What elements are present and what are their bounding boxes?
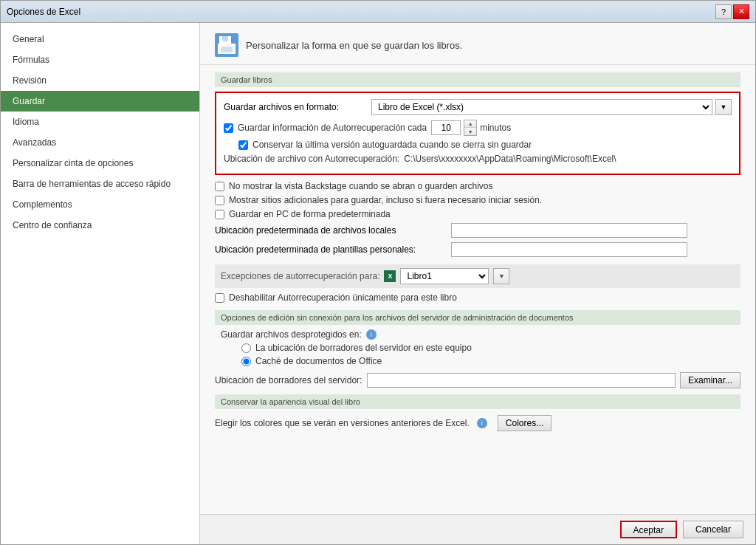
no-mostrar-backstage-row: No mostrar la vista Backstage cuando se … (215, 181, 740, 191)
svg-rect-4 (221, 47, 233, 52)
elegir-colores-label: Elegir los colores que se verán en versi… (215, 418, 470, 428)
excel-options-dialog: Opciones de Excel ? ✕ General Fórmulas R… (0, 0, 756, 545)
guardar-libros-header: Guardar libros (215, 72, 740, 87)
examinar-button[interactable]: Examinar... (680, 372, 740, 388)
highlight-section: Guardar archivos en formato: Libro de Ex… (215, 92, 740, 175)
sidebar-item-confianza[interactable]: Centro de confianza (1, 215, 199, 236)
sidebar-item-complementos[interactable]: Complementos (1, 194, 199, 215)
cancelar-button[interactable]: Cancelar (683, 521, 743, 538)
format-row: Guardar archivos en formato: Libro de Ex… (224, 99, 732, 115)
header-title: Personalizar la forma en que se guardan … (246, 40, 462, 51)
format-dropdown: Libro de Excel (*.xlsx) ▼ (371, 99, 732, 115)
format-label: Guardar archivos en formato: (224, 102, 371, 112)
aceptar-button[interactable]: Aceptar (620, 521, 677, 538)
format-dropdown-arrow[interactable]: ▼ (715, 99, 732, 115)
deshabilitar-autorec-label: Deshabilitar Autorrecuperación únicament… (229, 292, 457, 303)
spinner-down[interactable]: ▼ (464, 128, 476, 135)
ubicacion-archivos-row: Ubicación predeterminada de archivos loc… (215, 223, 740, 238)
deshabilitar-autorec-checkbox[interactable] (215, 293, 224, 303)
help-button[interactable]: ? (715, 4, 732, 19)
minutes-spinner: ▲ ▼ (464, 120, 477, 136)
save-icon (215, 33, 238, 57)
svg-rect-2 (222, 36, 228, 41)
minutes-unit: minutos (480, 123, 511, 133)
conservar-version-row: Conservar la última versión autoguardada… (238, 140, 732, 150)
excepciones-select[interactable]: Libro1 (400, 268, 489, 284)
info-icon-1[interactable]: i (366, 329, 377, 340)
dialog-content: General Fórmulas Revisión Guardar Idioma… (1, 23, 755, 544)
ubicacion-borradores-radio-label: La ubicación de borradores del servidor … (255, 343, 472, 353)
colores-button[interactable]: Colores... (498, 415, 551, 431)
conservar-header: Conservar la apariencia visual del libro (215, 394, 740, 409)
sidebar-item-idioma[interactable]: Idioma (1, 112, 199, 132)
ubicacion-archivos-input[interactable] (451, 223, 687, 238)
sidebar-item-general[interactable]: General (1, 29, 199, 49)
sidebar-item-guardar[interactable]: Guardar (1, 91, 199, 112)
excepciones-label: Excepciones de autorrecuperación para: (221, 271, 379, 281)
close-button[interactable]: ✕ (733, 4, 749, 19)
ubicacion-borradores-radio-row: La ubicación de borradores del servidor … (241, 343, 740, 353)
sidebar-item-barra[interactable]: Barra de herramientas de acceso rápido (1, 174, 199, 194)
cache-documentos-radio-row: Caché de documentos de Office (241, 356, 740, 366)
guardar-desprotegidos-row: Guardar archivos desprotegidos en: i (215, 329, 740, 340)
cache-documentos-radio-label: Caché de documentos de Office (255, 356, 382, 366)
ubicacion-plantillas-input[interactable] (451, 242, 687, 257)
main-header: Personalizar la forma en que se guardan … (200, 23, 755, 65)
no-mostrar-backstage-checkbox[interactable] (215, 182, 224, 191)
opciones-edicion-header: Opciones de edición sin conexión para lo… (215, 310, 740, 325)
sidebar-item-personalizar[interactable]: Personalizar cinta de opciones (1, 153, 199, 174)
autorrecuperacion-checkbox[interactable] (224, 123, 233, 133)
autorrecuperacion-label: Guardar información de Autorrecuperación… (238, 123, 427, 133)
ubicacion-autorec-row: Ubicación de archivo con Autorrecuperaci… (224, 154, 732, 164)
conservar-version-checkbox[interactable] (238, 140, 248, 150)
mostrar-sitios-row: Mostrar sitios adicionales para guardar,… (215, 195, 740, 205)
autorrecuperacion-row: Guardar información de Autorrecuperación… (224, 120, 732, 136)
excel-icon: X (384, 270, 396, 282)
ubicacion-archivos-label: Ubicación predeterminada de archivos loc… (215, 225, 451, 236)
cache-documentos-radio[interactable] (241, 357, 251, 366)
ubicacion-borradores-input[interactable] (367, 373, 676, 388)
guardar-pc-checkbox[interactable] (215, 210, 224, 219)
minutes-input[interactable] (431, 120, 461, 135)
elegir-colores-row: Elegir los colores que se verán en versi… (215, 415, 740, 431)
guardar-desprotegidos-label: Guardar archivos desprotegidos en: (221, 329, 362, 340)
deshabilitar-autorec-row: Deshabilitar Autorrecuperación únicament… (215, 292, 740, 303)
ubicacion-autorec-label: Ubicación de archivo con Autorrecuperaci… (224, 154, 399, 164)
info-icon-2[interactable]: i (477, 418, 487, 428)
conservar-version-label: Conservar la última versión autoguardada… (252, 140, 532, 150)
sidebar-item-avanzadas[interactable]: Avanzadas (1, 132, 199, 153)
ubicacion-borradores-label: Ubicación de borradores del servidor: (215, 375, 362, 385)
excepciones-dropdown-arrow[interactable]: ▼ (493, 268, 509, 284)
ubicacion-borradores-radio[interactable] (241, 343, 251, 353)
title-bar: Opciones de Excel ? ✕ (1, 1, 755, 23)
main-content: Personalizar la forma en que se guardan … (200, 23, 755, 544)
excepciones-row: Excepciones de autorrecuperación para: X… (215, 264, 740, 288)
window-title: Opciones de Excel (7, 7, 80, 17)
title-bar-buttons: ? ✕ (715, 4, 749, 19)
ubicacion-autorec-value: C:\Users\xxxxxxxx\AppData\Roaming\Micros… (404, 154, 616, 164)
main-body: Guardar libros Guardar archivos en forma… (200, 65, 755, 514)
guardar-pc-label: Guardar en PC de forma predeterminada (229, 209, 391, 219)
format-select[interactable]: Libro de Excel (*.xlsx) (371, 99, 712, 115)
spinner-up[interactable]: ▲ (464, 120, 476, 128)
mostrar-sitios-label: Mostrar sitios adicionales para guardar,… (229, 195, 542, 205)
ubicacion-borradores-row: Ubicación de borradores del servidor: Ex… (215, 372, 740, 388)
dialog-footer: Aceptar Cancelar (200, 514, 755, 544)
minutes-group: ▲ ▼ minutos (431, 120, 511, 136)
guardar-pc-row: Guardar en PC de forma predeterminada (215, 209, 740, 219)
mostrar-sitios-checkbox[interactable] (215, 196, 224, 205)
sidebar: General Fórmulas Revisión Guardar Idioma… (1, 23, 200, 544)
ubicacion-plantillas-row: Ubicación predeterminada de plantillas p… (215, 242, 740, 257)
sidebar-item-formulas[interactable]: Fórmulas (1, 49, 199, 70)
ubicacion-plantillas-label: Ubicación predeterminada de plantillas p… (215, 244, 451, 255)
sidebar-item-revision[interactable]: Revisión (1, 70, 199, 91)
no-mostrar-backstage-label: No mostrar la vista Backstage cuando se … (229, 181, 493, 191)
